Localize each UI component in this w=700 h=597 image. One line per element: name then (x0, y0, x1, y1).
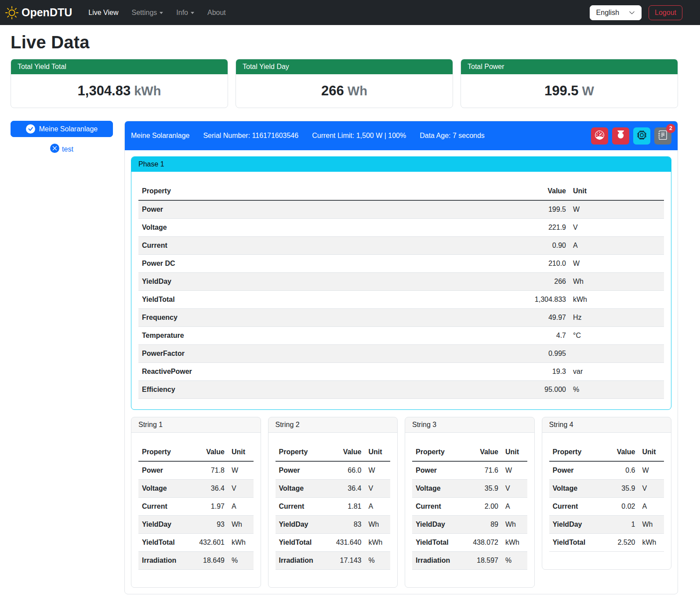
value-cell: 432.601 (190, 534, 228, 552)
table-row: YieldTotal432.601kWh (138, 534, 254, 552)
table-row: Voltage35.9V (549, 480, 664, 498)
unit-cell: kWh (638, 534, 664, 552)
unit-cell: V (228, 480, 254, 498)
phase-card-title: Phase 1 (131, 157, 671, 172)
summary-card-total-yield-total: Total Yield Total 1,304.83kWh (11, 59, 228, 108)
table-row: Current0.02A (549, 498, 664, 516)
value-cell: 17.143 (327, 552, 365, 570)
unit-cell: var (569, 363, 664, 381)
string-card-title: String 1 (131, 417, 261, 433)
property-cell: Power (138, 200, 512, 219)
summary-value: 266 (321, 83, 344, 98)
summary-card-title: Total Yield Day (236, 59, 453, 74)
value-cell: 2.00 (464, 498, 502, 516)
string-card-title: String 3 (405, 417, 534, 433)
property-cell: Voltage (412, 480, 464, 498)
value-cell: 199.5 (512, 200, 569, 219)
unit-cell: Hz (569, 309, 664, 327)
property-cell: ReactivePower (138, 363, 512, 381)
value-cell: 89 (464, 516, 502, 534)
column-header: Unit (569, 182, 664, 200)
caret-down-icon (191, 12, 194, 14)
phase-card: Phase 1 PropertyValueUnitPower199.5WVolt… (131, 156, 671, 410)
power-toggle-button[interactable] (612, 127, 629, 145)
property-cell: Efficiency (138, 381, 512, 399)
inverter-item-test[interactable]: test (11, 144, 113, 155)
value-cell: 66.0 (327, 461, 365, 480)
property-cell: Irradiation (138, 552, 190, 570)
column-header: Property (549, 443, 601, 461)
limit-settings-button[interactable] (591, 127, 608, 145)
value-cell: 431.640 (327, 534, 365, 552)
nav-item-settings[interactable]: Settings (125, 5, 170, 20)
inverter-header: Meine Solaranlage Serial Number: 1161716… (125, 121, 678, 150)
inverter-serial: Serial Number: 116171603546 (203, 132, 298, 140)
language-select[interactable]: English (590, 5, 642, 20)
unit-cell: W (228, 461, 254, 480)
string-card-body: PropertyValueUnitPower0.6WVoltage35.9VCu… (542, 433, 671, 569)
string-card-3: String 3 PropertyValueUnitPower71.6WVolt… (405, 417, 535, 588)
unit-cell: V (638, 480, 664, 498)
brand-link[interactable]: OpenDTU (5, 6, 72, 19)
unit-cell: Wh (228, 516, 254, 534)
string-card-body: PropertyValueUnitPower66.0WVoltage36.4VC… (268, 433, 398, 587)
x-circle-icon[interactable] (50, 144, 59, 155)
selected-inverter-button[interactable]: Meine Solaranlage (11, 121, 113, 137)
unit-cell: Wh (638, 516, 664, 534)
value-cell: 1.97 (190, 498, 228, 516)
inverter-name: Meine Solaranlage (131, 132, 189, 140)
property-cell: YieldTotal (138, 534, 190, 552)
property-cell: Power (549, 461, 601, 480)
table-row: Irradiation18.649% (138, 552, 254, 570)
inverter-panel: Meine Solaranlage Serial Number: 1161716… (124, 121, 678, 594)
content-row: Meine Solaranlage test Meine Solaranlage… (11, 121, 678, 594)
nav-item-info[interactable]: Info (170, 5, 201, 20)
inverter-data-age: Data Age: 7 seconds (420, 132, 485, 140)
logout-button[interactable]: Logout (649, 5, 682, 20)
unit-cell: A (228, 498, 254, 516)
unit-cell: W (569, 200, 664, 219)
property-cell: YieldDay (412, 516, 464, 534)
device-info-button[interactable] (633, 127, 650, 145)
unit-cell: kWh (228, 534, 254, 552)
table-row: YieldTotal2.520kWh (549, 534, 664, 552)
column-header: Property (138, 443, 190, 461)
value-cell: 36.4 (190, 480, 228, 498)
unit-cell: W (502, 461, 527, 480)
table-row: YieldDay89Wh (412, 516, 527, 534)
summary-cards-row: Total Yield Total 1,304.83kWh Total Yiel… (11, 59, 678, 108)
page: Live Data Total Yield Total 1,304.83kWh … (0, 33, 700, 597)
unit-cell: % (502, 552, 527, 570)
table-row: Power71.8W (138, 461, 254, 480)
summary-value: 1,304.83 (78, 83, 131, 98)
value-cell: 71.6 (464, 461, 502, 480)
nav-item-live-view[interactable]: Live View (82, 5, 125, 20)
column-header: Value (190, 443, 228, 461)
value-cell: 95.000 (512, 381, 569, 399)
caret-down-icon (160, 12, 163, 14)
property-cell: Power DC (138, 255, 512, 273)
summary-unit: W (582, 84, 594, 98)
table-row: YieldTotal438.072kWh (412, 534, 527, 552)
table-row: Current2.00A (412, 498, 527, 516)
string-card-body: PropertyValueUnitPower71.8WVoltage36.4VC… (131, 433, 261, 587)
value-cell: 18.597 (464, 552, 502, 570)
value-cell: 1,304.833 (512, 291, 569, 309)
journal-text-icon (658, 130, 667, 141)
table-row: YieldDay83Wh (276, 516, 391, 534)
property-cell: YieldTotal (412, 534, 464, 552)
value-cell: 221.9 (512, 219, 569, 237)
column-header: Value (327, 443, 365, 461)
language-select-value: English (596, 9, 619, 17)
property-cell: PowerFactor (138, 345, 512, 363)
summary-card-total-power: Total Power 199.5W (461, 59, 678, 108)
summary-card-total-yield-day: Total Yield Day 266Wh (236, 59, 453, 108)
column-header: Unit (502, 443, 527, 461)
navbar-right: English Logout (590, 5, 695, 20)
property-cell: YieldDay (276, 516, 327, 534)
table-row: Voltage35.9V (412, 480, 527, 498)
unit-cell: W (638, 461, 664, 480)
nav-item-about[interactable]: About (201, 5, 232, 20)
event-log-button[interactable]: 2 (654, 127, 671, 145)
value-cell: 35.9 (601, 480, 638, 498)
